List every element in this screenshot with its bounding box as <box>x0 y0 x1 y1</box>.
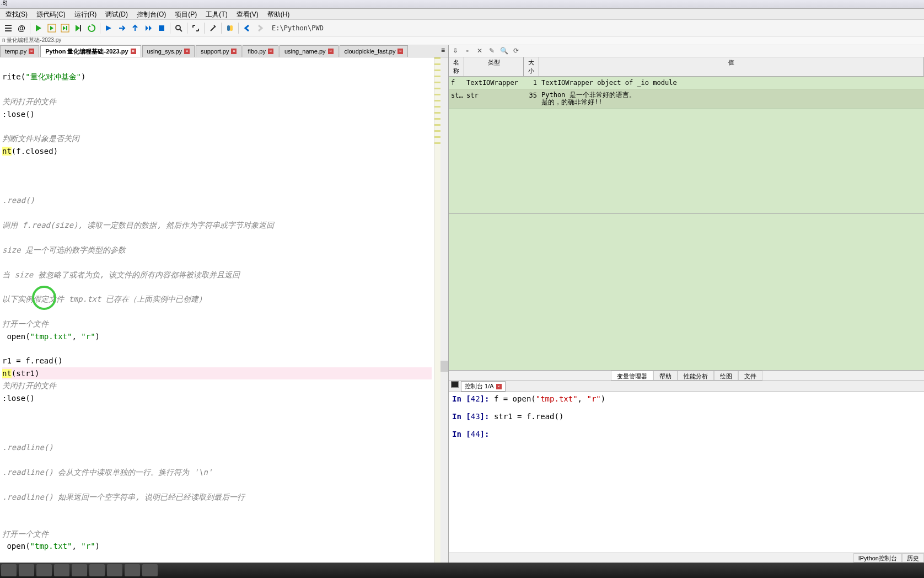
task-icon[interactable] <box>72 564 87 576</box>
refresh-icon[interactable]: ⟳ <box>512 47 520 56</box>
task-icon[interactable] <box>125 564 140 576</box>
tab-help[interactable]: 帮助 <box>653 371 678 381</box>
task-icon[interactable] <box>107 564 122 576</box>
start-icon[interactable] <box>1 564 17 576</box>
tab-fibo[interactable]: fibo.py× <box>243 45 278 57</box>
close-icon[interactable]: × <box>268 49 273 54</box>
edit-icon[interactable]: ✎ <box>487 47 496 56</box>
tab-variables[interactable]: 变量管理器 <box>611 371 653 381</box>
working-dir: E:\Python\PWD <box>272 24 324 32</box>
run-icon[interactable] <box>33 22 45 34</box>
console-tab[interactable]: 控制台 1/A × <box>461 381 506 392</box>
toolbar: @ E:\Python\PWD <box>0 20 924 36</box>
windows-taskbar[interactable] <box>0 563 924 578</box>
svg-point-3 <box>176 25 180 30</box>
var-row[interactable]: st… str 35 Python 是一个非常好的语言。 是的，的确非常好!! <box>449 89 924 109</box>
close-icon[interactable]: × <box>397 49 403 54</box>
task-icon[interactable] <box>54 564 69 576</box>
variable-toolbar: ⇩ ▫ ✕ ✎ 🔍 ⟳ <box>449 45 924 57</box>
menubar: 查找(S) 源代码(C) 运行(R) 调试(D) 控制台(O) 项目(P) 工具… <box>0 9 924 20</box>
maximize-icon[interactable] <box>190 22 202 34</box>
task-icon[interactable] <box>36 564 52 576</box>
menu-tools[interactable]: 工具(T) <box>201 9 232 19</box>
menu-view[interactable]: 查看(V) <box>232 9 263 19</box>
change-gutter <box>434 57 440 563</box>
task-icon[interactable] <box>142 564 158 576</box>
search-icon[interactable] <box>173 22 185 34</box>
close-icon[interactable]: × <box>131 49 136 54</box>
menu-search[interactable]: 查找(S) <box>1 9 32 19</box>
run-selection-icon[interactable] <box>72 22 84 34</box>
filter-icon[interactable]: 🔍 <box>499 47 508 56</box>
close-icon[interactable]: × <box>328 49 334 54</box>
menu-run[interactable]: 运行(R) <box>70 9 101 19</box>
tab-files[interactable]: 文件 <box>738 371 762 381</box>
right-panel-tabs: 变量管理器 帮助 性能分析 绘图 文件 <box>449 370 924 381</box>
window-titlebar: .8) <box>0 0 924 9</box>
debug-continue-icon[interactable] <box>142 22 154 34</box>
close-icon[interactable]: × <box>184 49 190 54</box>
close-icon[interactable]: × <box>29 49 34 54</box>
run-cell-icon[interactable] <box>46 22 58 34</box>
debug-stop-icon[interactable] <box>155 22 168 34</box>
forward-icon[interactable] <box>254 22 266 34</box>
tab-profiler[interactable]: 性能分析 <box>678 371 714 381</box>
tab-main[interactable]: Python 量化编程基础-2023.py× <box>40 45 141 57</box>
menu-help[interactable]: 帮助(H) <box>263 9 294 19</box>
console-icon[interactable] <box>451 381 459 388</box>
task-icon[interactable] <box>89 564 105 576</box>
col-value[interactable]: 值 <box>539 57 924 76</box>
debug-step-into-icon[interactable] <box>103 22 115 34</box>
console-tabs: 控制台 1/A × <box>449 381 924 392</box>
tab-menu-icon[interactable]: ≡ <box>438 45 448 57</box>
menu-console[interactable]: 控制台(O) <box>132 9 170 19</box>
task-icon[interactable] <box>19 564 34 576</box>
menu-project[interactable]: 项目(P) <box>170 9 201 19</box>
code-editor[interactable]: rite("量化对冲基金") 关闭打开的文件 :lose() 判断文件对象是否关… <box>0 57 448 563</box>
debug-step-out-icon[interactable] <box>129 22 141 34</box>
tab-plots[interactable]: 绘图 <box>714 371 738 381</box>
close-icon[interactable]: × <box>231 49 237 54</box>
python-path-icon[interactable] <box>224 22 236 34</box>
menu-debug[interactable]: 调试(D) <box>101 9 132 19</box>
tab-using-sys[interactable]: using_sys.py× <box>142 45 195 57</box>
scrollbar[interactable] <box>440 57 448 563</box>
save-icon[interactable]: ▫ <box>463 47 472 56</box>
svg-rect-5 <box>230 25 233 31</box>
var-row[interactable]: f TextIOWrapper 1 TextIOWrapper object o… <box>449 77 924 89</box>
svg-rect-4 <box>227 25 230 31</box>
breadcrumb: n 量化编程基础-2023.py <box>0 36 924 45</box>
editor-tabs: temp.py× Python 量化编程基础-2023.py× using_sy… <box>0 45 448 57</box>
ipython-console[interactable]: In [42]: f = open("tmp.txt", "r") In [43… <box>449 392 924 553</box>
outline-icon[interactable] <box>2 22 14 34</box>
at-icon[interactable]: @ <box>15 22 28 34</box>
col-type[interactable]: 类型 <box>464 57 524 76</box>
col-size[interactable]: 大小 <box>524 57 539 76</box>
menu-source[interactable]: 源代码(C) <box>32 9 70 19</box>
import-icon[interactable]: ⇩ <box>451 47 460 56</box>
col-name[interactable]: 名称 <box>449 57 464 76</box>
tab-ipython[interactable]: IPython控制台 <box>853 553 902 563</box>
delete-icon[interactable]: ✕ <box>475 47 484 56</box>
tab-temp[interactable]: temp.py× <box>0 45 39 57</box>
preferences-icon[interactable] <box>207 22 219 34</box>
console-bottom-tabs: IPython控制台 历史 <box>449 553 924 563</box>
variable-explorer[interactable]: 名称 类型 大小 值 f TextIOWrapper 1 TextIOWrapp… <box>449 57 924 214</box>
tab-support[interactable]: support.py× <box>196 45 241 57</box>
svg-rect-2 <box>159 25 164 31</box>
run-cell-advance-icon[interactable] <box>59 22 71 34</box>
tab-cloudpickle[interactable]: cloudpickle_fast.py× <box>340 45 409 57</box>
tab-using-name[interactable]: using_name.py× <box>280 45 339 57</box>
back-icon[interactable] <box>241 22 253 34</box>
close-icon[interactable]: × <box>496 384 502 389</box>
variable-explorer-space <box>449 214 924 370</box>
rerun-icon[interactable] <box>85 22 98 34</box>
debug-step-over-icon[interactable] <box>116 22 128 34</box>
tab-history[interactable]: 历史 <box>902 553 924 563</box>
